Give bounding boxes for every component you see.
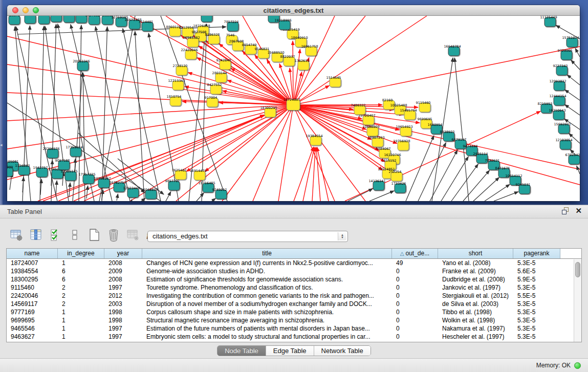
node-table[interactable]: namein_degreeyeartitle△out_de...shortpag… [6, 248, 582, 342]
selected-edge[interactable] [205, 105, 293, 171]
node-label: 9857791 [165, 179, 180, 183]
column-header-pagerank[interactable]: pagerank [513, 249, 560, 258]
empty-boxes-icon [70, 228, 79, 242]
table-row[interactable]: 1872400712008Changes of HCN gene express… [7, 259, 581, 267]
edge[interactable] [148, 33, 179, 201]
edge[interactable] [166, 191, 171, 201]
edge[interactable] [430, 150, 458, 201]
edge[interactable] [86, 186, 88, 199]
node[interactable] [25, 16, 36, 24]
node-label: 8938923 [440, 130, 455, 134]
selected-edge[interactable] [293, 41, 293, 105]
table-row[interactable]: 1830029562008Estimation of significance … [7, 275, 581, 283]
table-cell: 1 [58, 259, 104, 267]
column-header-short[interactable]: short [438, 249, 513, 258]
edge[interactable] [197, 193, 204, 201]
node[interactable] [201, 16, 212, 22]
table-cell: Yano et al. (2008) [438, 259, 513, 267]
node[interactable] [51, 16, 62, 22]
column-header-name[interactable]: name [7, 249, 58, 258]
table-cell: 6 [58, 275, 104, 283]
selected-edge[interactable] [253, 105, 293, 201]
column-header-year[interactable]: year [104, 249, 142, 258]
selected-edge[interactable] [222, 105, 293, 201]
edge[interactable] [454, 58, 469, 201]
table-row[interactable]: 1938455462009Genome-wide association stu… [7, 267, 581, 275]
selected-edge[interactable] [7, 105, 293, 121]
unselect-all-columns-button[interactable] [68, 228, 82, 242]
edge[interactable] [441, 157, 468, 201]
edge[interactable] [567, 75, 580, 85]
delete-table-button-disabled [126, 228, 140, 242]
edge[interactable] [369, 191, 394, 201]
edge[interactable] [117, 194, 118, 201]
edge[interactable] [575, 48, 580, 57]
selected-edge[interactable] [317, 147, 329, 201]
tab-node-table[interactable]: Node Table [217, 346, 266, 356]
edge[interactable] [69, 183, 70, 197]
table-row[interactable]: 911546021997Tourette syndrome. Phenomeno… [7, 283, 581, 292]
selected-edge[interactable] [316, 147, 320, 201]
edge[interactable] [418, 143, 446, 201]
table-row[interactable]: 946554611997Estimation of the future num… [7, 324, 581, 333]
table-column-icon [29, 228, 42, 242]
column-header-in-degree[interactable]: in_degree [58, 249, 104, 258]
change-table-mode-button[interactable] [9, 228, 24, 242]
selected-edge[interactable] [294, 147, 314, 201]
column-header-out-de-[interactable]: △out_de... [392, 249, 438, 258]
column-header-title[interactable]: title [142, 249, 392, 258]
network-window-titlebar[interactable]: citations_edges.txt [7, 5, 580, 16]
float-panel-icon[interactable] [562, 207, 569, 214]
table-row[interactable]: 946362711997Embryonic stem cells: a mode… [7, 333, 581, 341]
edge[interactable] [473, 178, 499, 201]
create-new-column-button[interactable] [87, 228, 101, 242]
edge[interactable] [123, 29, 161, 201]
tab-network-table[interactable]: Network Table [314, 346, 371, 356]
node-label: 8505081 [7, 160, 18, 164]
tab-edge-table[interactable]: Edge Table [266, 346, 314, 356]
node-label: 15716485 [198, 181, 215, 185]
node-label: 82160 [382, 98, 393, 102]
select-all-columns-button[interactable] [48, 228, 62, 242]
selected-edge[interactable] [186, 105, 293, 171]
edge[interactable] [212, 199, 215, 201]
edge[interactable] [577, 166, 580, 174]
table-cell: 1997 [104, 324, 142, 333]
table-row[interactable]: 1456911722003Disruption of a novel membe… [7, 300, 581, 308]
selected-edge[interactable] [278, 105, 293, 201]
node-label: 16782759 [109, 181, 126, 185]
node-label: 8454749 [242, 43, 257, 47]
edge[interactable] [565, 90, 580, 100]
node-label: 13505135 [60, 169, 77, 173]
table-row[interactable]: 2242004622012Investigating the contribut… [7, 292, 581, 300]
selected-edge[interactable] [293, 105, 580, 185]
edge[interactable] [348, 189, 373, 201]
edge[interactable] [485, 184, 510, 201]
panel-collapse-arrow-icon[interactable]: ◂ [0, 141, 4, 148]
node-table-header-row: namein_degreeyeartitle△out_de...shortpag… [7, 249, 581, 259]
node[interactable] [38, 16, 50, 24]
edge[interactable] [132, 200, 132, 201]
table-vertical-scrollbar[interactable] [574, 259, 581, 342]
node-label: 12923446 [123, 186, 140, 190]
table-panel-title: Table Panel [7, 205, 42, 218]
scrollbar-thumb[interactable] [575, 262, 580, 277]
edge[interactable] [571, 60, 580, 70]
table-row[interactable]: 977716911998Corpus callosum shape and si… [7, 308, 581, 316]
network-canvas[interactable]: 1872400788601238912954182260589827508165… [7, 16, 580, 201]
show-columns-button[interactable] [29, 228, 43, 242]
table-row[interactable]: 969969511998Structural magnetic resonanc… [7, 316, 581, 324]
edge[interactable] [141, 198, 145, 201]
edge[interactable] [406, 136, 434, 201]
edge[interactable] [494, 192, 518, 201]
table-source-dropdown[interactable]: citations_edges.txt ▲▼ [147, 231, 348, 242]
selected-edge[interactable] [293, 105, 580, 169]
edge[interactable] [451, 164, 478, 201]
node-label: 17359924 [66, 145, 82, 149]
node[interactable] [63, 16, 75, 23]
close-panel-icon[interactable]: ✕ [575, 207, 582, 214]
network-view-window[interactable]: citations_edges.txt 18724007886012389129… [7, 5, 580, 201]
delete-columns-button[interactable] [106, 228, 121, 242]
table-cell: 49 [392, 259, 438, 267]
edge[interactable] [565, 104, 580, 115]
